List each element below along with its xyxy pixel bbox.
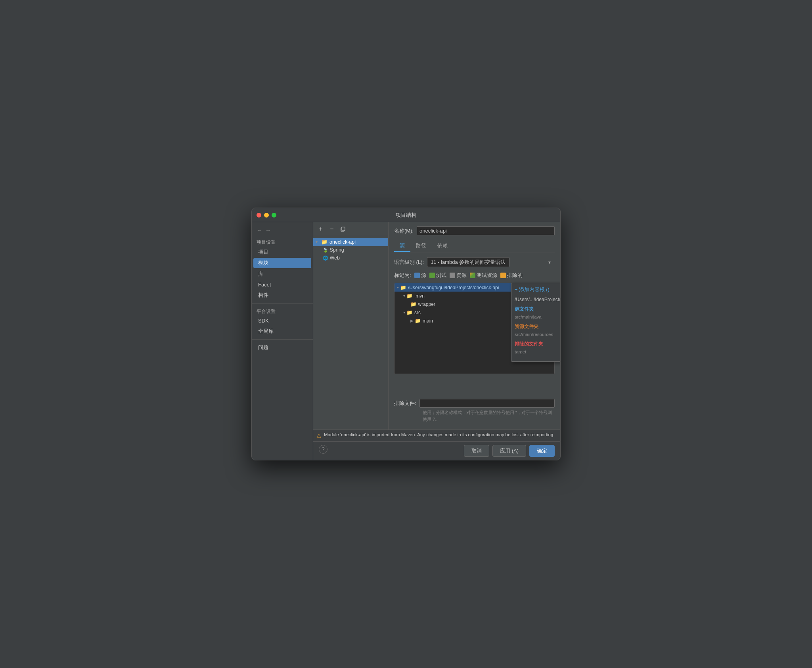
test-resource-badge-icon	[470, 273, 475, 278]
sidebar: ← → 项目设置 项目 模块 库 Facet 构件 平台设置 SDK	[252, 222, 313, 460]
excluded-badge-icon	[500, 273, 506, 278]
web-icon: 🌐	[323, 256, 328, 261]
sidebar-divider-1	[252, 303, 313, 303]
warning-text: Module 'oneclick-api' is imported from M…	[324, 432, 555, 437]
source-path-row: src/main/java ✎ ✕	[515, 314, 560, 320]
confirm-button[interactable]: 确定	[529, 445, 555, 457]
source-badge-icon	[414, 273, 420, 278]
lang-label: 语言级别 (L):	[394, 259, 424, 266]
sidebar-divider-2	[252, 339, 313, 340]
module-panel: + − ▾ 📁 oneclick-api	[313, 222, 389, 429]
popup-source-section: 源文件夹 src/main/java ✎ ✕	[515, 306, 560, 320]
lang-row: 语言级别 (L): 11 - lambda 参数的局部变量语法 ▼	[394, 257, 555, 267]
tab-source[interactable]: 源	[394, 240, 410, 252]
tree-item-web[interactable]: 🌐 Web	[313, 254, 388, 262]
exclude-hint: 使用；分隔名称模式，对于任意数量的符号使用 *，对于一个符号则使用 ?。	[423, 409, 555, 422]
select-arrow-icon: ▼	[548, 260, 552, 264]
titlebar: 项目结构	[252, 208, 560, 222]
popup-title: /Users/.../IdeaProjects/oneclick-api	[515, 297, 560, 302]
lang-select[interactable]: 11 - lambda 参数的局部变量语法	[427, 257, 509, 267]
sidebar-item-sdk[interactable]: SDK	[253, 316, 311, 325]
tabs-row: 源 路径 依赖	[394, 240, 555, 252]
content-area: + − ▾ 📁 oneclick-api	[313, 222, 560, 460]
add-module-button[interactable]: +	[316, 225, 325, 233]
tree-item-spring[interactable]: 🍃 Spring	[313, 246, 388, 254]
spring-icon: 🍃	[323, 248, 328, 253]
wrapper-folder-icon: 📁	[410, 301, 417, 307]
popup-excluded-section: 排除的文件夹 target ✕	[515, 341, 560, 355]
section-label-platform: 平台设置	[252, 306, 313, 316]
lang-select-wrapper: 11 - lambda 参数的局部变量语法 ▼	[427, 257, 555, 267]
sidebar-item-artifact[interactable]: 构件	[253, 290, 311, 300]
panel-layout: + − ▾ 📁 oneclick-api	[313, 222, 560, 429]
sidebar-item-global-lib[interactable]: 全局库	[253, 326, 311, 336]
add-content-root-button[interactable]: + 添加内容根 ()	[515, 286, 560, 293]
main-folder-icon: 📁	[415, 318, 421, 324]
project-structure-window: 项目结构 ← → 项目设置 项目 模块 库 Facet 构件	[251, 208, 561, 460]
sidebar-item-project[interactable]: 项目	[253, 247, 311, 257]
src-folder-icon: 📁	[406, 309, 413, 315]
name-input[interactable]	[417, 226, 555, 235]
tab-dependency[interactable]: 依赖	[432, 240, 453, 252]
popup-panel: + 添加内容根 () /Users/.../IdeaProjects/onecl…	[511, 283, 560, 362]
resource-folder-label: 资源文件夹	[515, 323, 560, 330]
source-path-text: src/main/java	[515, 315, 542, 319]
warning-icon: ⚠	[316, 433, 322, 439]
excluded-folder-label: 排除的文件夹	[515, 341, 560, 347]
popup-header: /Users/.../IdeaProjects/oneclick-api ✕	[515, 296, 560, 303]
remove-module-button[interactable]: −	[327, 225, 336, 233]
mark-test-resource[interactable]: 测试资源	[470, 272, 497, 279]
mark-source[interactable]: 源	[414, 272, 426, 279]
sidebar-item-problems[interactable]: 问题	[253, 342, 311, 353]
name-row: 名称(M):	[394, 226, 555, 235]
exclude-file-label: 排除文件:	[394, 400, 416, 407]
main-layout: ← → 项目设置 项目 模块 库 Facet 构件 平台设置 SDK	[252, 222, 560, 460]
content-roots: ▾ 📁 /Users/wangfugui/IdeaProjects/onecli…	[394, 283, 555, 396]
minimize-button[interactable]	[264, 213, 269, 218]
cancel-button[interactable]: 取消	[464, 445, 489, 457]
resource-path-row: src/main/resources ✎ ✕	[515, 331, 560, 338]
nav-arrows: ← →	[252, 225, 313, 237]
mark-label: 标记为:	[394, 272, 411, 279]
warning-bar: ⚠ Module 'oneclick-api' is imported from…	[313, 429, 560, 441]
sidebar-item-module[interactable]: 模块	[253, 258, 311, 268]
tab-path[interactable]: 路径	[410, 240, 432, 252]
excluded-path-text: target	[515, 349, 526, 354]
help-button[interactable]: ?	[319, 445, 327, 454]
test-badge-icon	[429, 273, 435, 278]
excluded-path-row: target ✕	[515, 349, 560, 355]
tree-item-root[interactable]: ▾ 📁 oneclick-api	[313, 238, 388, 246]
back-arrow[interactable]: ←	[257, 227, 262, 233]
maximize-button[interactable]	[272, 213, 276, 218]
section-label-project: 项目设置	[252, 237, 313, 246]
mvn-folder-icon: 📁	[406, 293, 413, 299]
copy-module-button[interactable]	[339, 225, 347, 233]
close-button[interactable]	[257, 213, 261, 218]
exclude-file-row: 排除文件:	[394, 399, 555, 408]
window-controls	[257, 213, 276, 218]
window-title: 项目结构	[396, 212, 416, 219]
resource-path-text: src/main/resources	[515, 332, 553, 337]
exclude-file-input[interactable]	[419, 399, 555, 408]
mark-row: 标记为: 源 测试 资源	[394, 272, 555, 279]
apply-button[interactable]: 应用 (A)	[492, 445, 526, 457]
footer: ? 取消 应用 (A) 确定	[313, 441, 560, 460]
popup-resource-section: 资源文件夹 src/main/resources ✎ ✕	[515, 323, 560, 338]
resource-badge-icon	[450, 273, 455, 278]
module-tree: ▾ 📁 oneclick-api 🍃 Spring 🌐 Web	[313, 236, 388, 429]
svg-rect-1	[342, 227, 345, 231]
source-folder-label: 源文件夹	[515, 306, 560, 313]
settings-panel: 名称(M): 源 路径 依赖 语言级别 (L): 11	[389, 222, 560, 429]
sidebar-item-facet[interactable]: Facet	[253, 280, 311, 289]
sidebar-item-library[interactable]: 库	[253, 269, 311, 279]
mark-resource[interactable]: 资源	[450, 272, 467, 279]
root-folder-icon: 📁	[400, 284, 406, 290]
name-label: 名称(M):	[394, 227, 414, 235]
mark-excluded[interactable]: 排除的	[500, 272, 523, 279]
mark-test[interactable]: 测试	[429, 272, 446, 279]
module-toolbar: + −	[313, 222, 388, 236]
forward-arrow[interactable]: →	[265, 227, 271, 233]
